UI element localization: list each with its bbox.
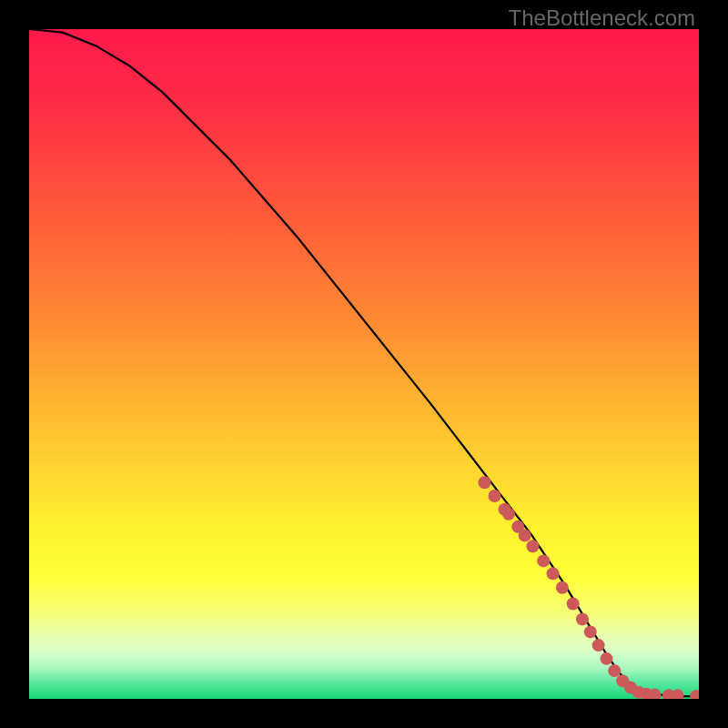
highlight-dot xyxy=(547,567,560,580)
highlight-dot xyxy=(690,690,699,699)
highlight-dot xyxy=(556,581,569,594)
chart-stage: TheBottleneck.com xyxy=(0,0,728,728)
highlight-dot xyxy=(537,554,550,567)
highlight-dot xyxy=(592,639,605,652)
curve-overlay xyxy=(29,29,699,699)
highlight-dot xyxy=(489,490,501,502)
highlight-dot xyxy=(502,508,515,521)
highlight-dot xyxy=(584,625,597,638)
highlight-dot xyxy=(567,597,580,610)
highlight-dot xyxy=(671,689,683,699)
curve-line xyxy=(29,29,699,696)
highlight-dot xyxy=(576,612,589,625)
highlight-dot xyxy=(526,540,539,552)
highlight-dot xyxy=(600,652,612,665)
plot-area xyxy=(29,29,699,699)
highlight-dot xyxy=(608,664,621,677)
highlight-dot xyxy=(478,476,490,489)
highlight-dots xyxy=(478,476,699,699)
highlight-dot xyxy=(519,529,531,541)
watermark-text: TheBottleneck.com xyxy=(509,5,695,31)
